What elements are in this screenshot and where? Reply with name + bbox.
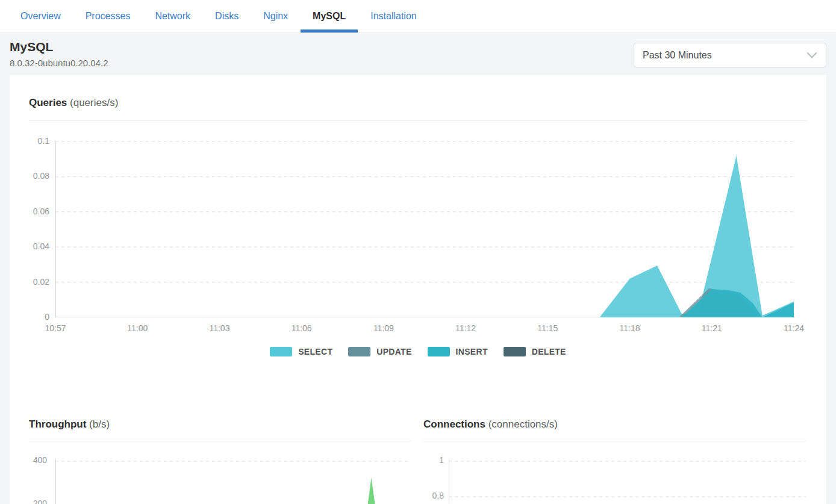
legend-item-select: SELECT xyxy=(270,347,332,356)
chevron-down-icon xyxy=(806,52,817,59)
throughput-series-spike xyxy=(55,478,411,504)
throughput-chart-title: Throughput (b/s) xyxy=(29,418,110,431)
queries-xtick: 11:24 xyxy=(773,323,815,333)
throughput-ytick-400: 400 xyxy=(12,455,47,465)
legend-swatch-icon xyxy=(270,347,292,356)
queries-ytick: 0.04 xyxy=(12,241,49,251)
tab-processes[interactable]: Processes xyxy=(73,0,143,33)
connections-area-chart xyxy=(449,455,806,504)
queries-ytick: 0.08 xyxy=(12,171,49,181)
mysql-monitoring-page: OverviewProcessesNetworkDisksNginxMySQLI… xyxy=(0,0,836,504)
page-title: MySQL xyxy=(10,40,53,54)
throughput-ytick-200: 200 xyxy=(12,499,47,504)
mysql-version: 8.0.32-0ubuntu0.20.04.2 xyxy=(10,58,108,68)
legend-swatch-icon xyxy=(348,347,370,356)
legend-label: UPDATE xyxy=(376,347,411,356)
legend-swatch-icon xyxy=(504,347,526,356)
queries-chart-title: Queries (queries/s) xyxy=(29,97,118,109)
charts-card: Queries (queries/s) 0.10.080.060.040.020… xyxy=(10,75,826,504)
queries-xtick: 11:09 xyxy=(363,323,405,333)
legend-item-update: UPDATE xyxy=(348,347,411,356)
queries-xtick: 11:06 xyxy=(281,323,323,333)
legend-swatch-icon xyxy=(428,347,450,356)
queries-series-update xyxy=(55,288,794,317)
legend-item-delete: DELETE xyxy=(504,347,566,356)
queries-ytick: 0.06 xyxy=(12,207,49,216)
queries-ytick: 0.02 xyxy=(12,277,49,287)
queries-xtick: 11:12 xyxy=(445,323,487,333)
tab-bar: OverviewProcessesNetworkDisksNginxMySQLI… xyxy=(0,0,836,33)
page-header: MySQL 8.0.32-0ubuntu0.20.04.2 Past 30 Mi… xyxy=(0,33,836,75)
queries-xtick: 10:57 xyxy=(34,323,76,333)
queries-xtick: 11:03 xyxy=(198,323,240,333)
legend-item-insert: INSERT xyxy=(428,347,488,356)
tab-network[interactable]: Network xyxy=(143,0,202,33)
queries-ytick: 0.1 xyxy=(12,136,49,146)
connections-title-divider xyxy=(423,441,806,441)
throughput-title-divider xyxy=(29,441,411,441)
connections-ytick-1: 1 xyxy=(409,455,444,465)
legend-label: INSERT xyxy=(456,347,488,356)
tab-overview[interactable]: Overview xyxy=(8,0,73,33)
legend-label: SELECT xyxy=(298,347,332,356)
queries-xtick: 11:15 xyxy=(526,323,569,333)
throughput-area-chart xyxy=(55,455,411,504)
queries-series-insert xyxy=(55,289,794,317)
queries-xtick: 11:21 xyxy=(691,323,733,333)
queries-ytick: 0 xyxy=(12,312,49,322)
tab-disks[interactable]: Disks xyxy=(203,0,251,33)
tab-nginx[interactable]: Nginx xyxy=(251,0,300,33)
queries-series-select xyxy=(55,155,794,317)
queries-legend: SELECTUPDATEINSERTDELETE xyxy=(10,347,826,356)
time-range-value: Past 30 Minutes xyxy=(643,50,806,61)
tab-installation[interactable]: Installation xyxy=(358,0,429,33)
queries-xtick: 11:00 xyxy=(116,323,158,333)
queries-title-divider xyxy=(29,120,807,121)
connections-ytick-0-8: 0.8 xyxy=(409,491,444,500)
tab-mysql[interactable]: MySQL xyxy=(301,0,358,33)
connections-chart-title: Connections (connections/s) xyxy=(423,418,558,431)
queries-area-chart xyxy=(55,142,794,317)
time-range-select[interactable]: Past 30 Minutes xyxy=(634,43,826,67)
queries-xtick: 11:18 xyxy=(609,323,651,333)
legend-label: DELETE xyxy=(532,347,566,356)
